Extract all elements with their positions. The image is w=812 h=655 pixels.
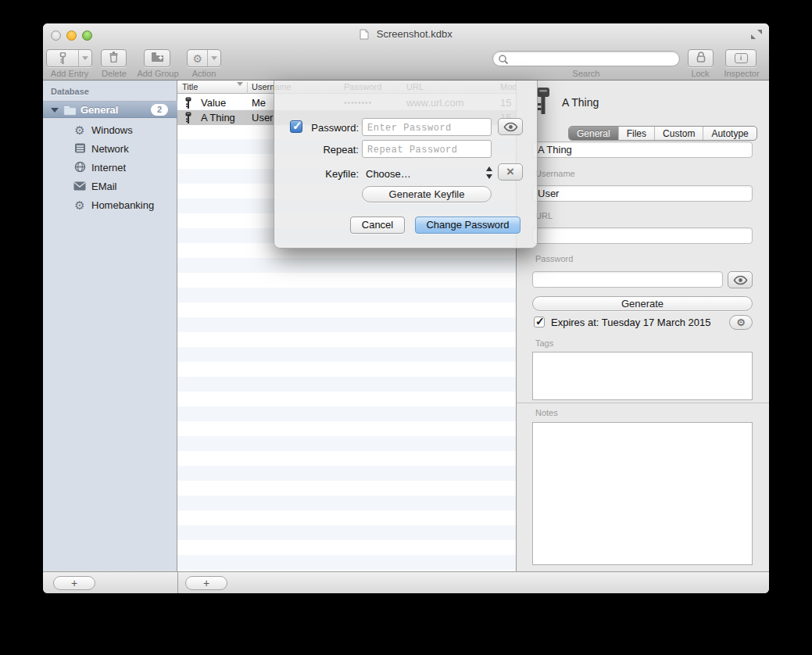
sheet-password-input[interactable] bbox=[362, 118, 492, 136]
expires-checkbox[interactable] bbox=[534, 317, 545, 328]
desktop: Screenshot.kdbx Add Entry Delete bbox=[0, 0, 812, 655]
gear-icon bbox=[188, 50, 207, 66]
section-divider bbox=[517, 403, 769, 403]
generate-button[interactable]: Generate bbox=[532, 296, 753, 311]
sidebar-item-homebanking[interactable]: Homebanking bbox=[43, 196, 177, 215]
change-password-button[interactable]: Change Password bbox=[415, 217, 520, 234]
x-icon bbox=[506, 164, 514, 180]
title-field[interactable] bbox=[532, 141, 753, 158]
sheet-password-label: Password: bbox=[274, 122, 359, 134]
tags-field[interactable] bbox=[532, 352, 753, 400]
url-field[interactable] bbox=[532, 227, 753, 244]
cancel-button[interactable]: Cancel bbox=[350, 217, 405, 234]
url-label: URL bbox=[535, 211, 553, 220]
sidebar-header: Database bbox=[51, 87, 89, 96]
disclosure-triangle-icon[interactable] bbox=[51, 108, 59, 113]
expires-label: Expires at: Tuesday 17 March 2015 bbox=[551, 317, 711, 328]
eye-icon bbox=[503, 122, 518, 132]
delete-button[interactable] bbox=[101, 49, 127, 67]
stepper-icon[interactable] bbox=[485, 166, 493, 180]
action-button[interactable] bbox=[187, 49, 221, 67]
window-title-group: Screenshot.kdbx bbox=[43, 27, 769, 43]
tags-label: Tags bbox=[535, 338, 553, 348]
lock-button[interactable] bbox=[688, 49, 714, 67]
expires-row: Expires at: Tuesday 17 March 2015 bbox=[532, 316, 753, 330]
eye-icon bbox=[733, 275, 748, 285]
server-icon bbox=[73, 142, 87, 156]
trash-icon bbox=[109, 51, 119, 66]
action-label: Action bbox=[184, 69, 224, 78]
search-field[interactable] bbox=[492, 51, 680, 66]
search-icon bbox=[498, 54, 509, 65]
column-divider[interactable] bbox=[247, 82, 248, 94]
gear-icon bbox=[73, 199, 87, 213]
sidebar-group-general[interactable]: General 2 bbox=[43, 101, 177, 118]
search-input[interactable] bbox=[512, 52, 674, 65]
sheet-show-password-button[interactable] bbox=[498, 118, 523, 135]
password-field[interactable] bbox=[532, 271, 723, 288]
add-entry-button[interactable] bbox=[46, 49, 92, 67]
add-group-label: Add Group bbox=[135, 69, 181, 78]
inspector-panel: A Thing General Files Custom Autotype Us… bbox=[516, 81, 769, 571]
sidebar-item-label: Homebanking bbox=[91, 199, 154, 211]
expires-gear-button[interactable] bbox=[729, 315, 753, 330]
app-window: Screenshot.kdbx Add Entry Delete bbox=[43, 23, 769, 593]
window-title: Screenshot.kdbx bbox=[377, 28, 453, 40]
change-password-sheet: Password: Repeat: Keyfile: Choose… Gener… bbox=[274, 81, 538, 249]
entry-title: Value bbox=[201, 95, 226, 110]
inspector-button[interactable]: i bbox=[725, 49, 757, 67]
show-password-button[interactable] bbox=[728, 271, 753, 288]
inspector-label: Inspector bbox=[718, 69, 765, 78]
add-entry-plus-button[interactable]: + bbox=[185, 576, 227, 590]
notes-field[interactable] bbox=[532, 422, 753, 565]
column-title[interactable]: Title bbox=[182, 82, 198, 91]
password-label: Password bbox=[535, 254, 573, 263]
globe-icon bbox=[73, 161, 87, 175]
document-icon bbox=[359, 29, 369, 43]
sidebar-item-label: Internet bbox=[91, 162, 126, 174]
envelope-icon bbox=[73, 180, 87, 194]
key-icon bbox=[184, 112, 192, 127]
action-dropdown[interactable] bbox=[207, 50, 220, 66]
keyfile-popup[interactable]: Choose… bbox=[366, 168, 411, 180]
inspector-entry-title: A Thing bbox=[562, 96, 599, 109]
key-icon bbox=[47, 50, 78, 66]
sidebar-item-email[interactable]: EMail bbox=[43, 177, 177, 196]
fullscreen-icon[interactable] bbox=[750, 29, 763, 43]
sheet-repeat-label: Repeat: bbox=[274, 144, 359, 156]
tab-general[interactable]: General bbox=[569, 127, 618, 140]
inspector-tabs: General Files Custom Autotype bbox=[568, 126, 757, 141]
gear-icon bbox=[73, 123, 87, 138]
tab-custom[interactable]: Custom bbox=[654, 127, 703, 140]
username-field[interactable] bbox=[532, 185, 753, 202]
generate-keyfile-button[interactable]: Generate Keyfile bbox=[362, 186, 492, 202]
entry-title: A Thing bbox=[201, 110, 235, 125]
info-icon: i bbox=[735, 53, 748, 63]
sheet-repeat-input[interactable] bbox=[362, 140, 492, 158]
lock-open-icon bbox=[695, 51, 707, 66]
add-group-plus-button[interactable]: + bbox=[53, 576, 95, 590]
notes-label: Notes bbox=[535, 408, 558, 417]
entry-username: Me bbox=[252, 95, 266, 110]
clear-keyfile-button[interactable] bbox=[498, 163, 523, 181]
folder-icon bbox=[63, 105, 77, 119]
add-group-button[interactable] bbox=[144, 49, 170, 67]
sidebar: Database General 2 Windows bbox=[43, 81, 177, 571]
sheet-keyfile-label: Keyfile: bbox=[274, 168, 359, 180]
sidebar-item-network[interactable]: Network bbox=[43, 140, 177, 159]
folder-plus-icon bbox=[151, 52, 164, 66]
group-count-badge: 2 bbox=[151, 104, 168, 116]
sidebar-item-internet[interactable]: Internet bbox=[43, 159, 177, 177]
delete-label: Delete bbox=[93, 69, 135, 78]
sidebar-item-label: Network bbox=[91, 143, 129, 155]
tab-files[interactable]: Files bbox=[618, 127, 654, 140]
tab-autotype[interactable]: Autotype bbox=[703, 127, 756, 140]
add-entry-dropdown[interactable] bbox=[78, 50, 91, 66]
sidebar-item-label: EMail bbox=[91, 181, 117, 192]
search-label: Search bbox=[492, 69, 680, 78]
sidebar-item-label: Windows bbox=[91, 124, 133, 136]
username-label: Username bbox=[535, 169, 575, 178]
sidebar-group-label: General bbox=[80, 104, 118, 116]
sidebar-item-windows[interactable]: Windows bbox=[43, 121, 177, 140]
bottom-bar: + + bbox=[43, 571, 769, 593]
